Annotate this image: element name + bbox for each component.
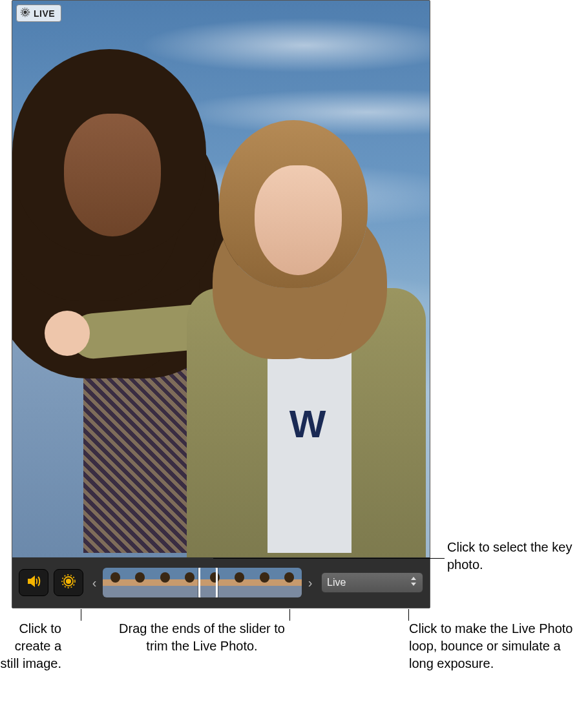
svg-point-3 bbox=[67, 579, 70, 583]
callout-leader bbox=[81, 609, 81, 621]
live-badge: LIVE bbox=[16, 5, 61, 22]
live-photo-toggle-button[interactable] bbox=[54, 569, 83, 596]
callout-leader bbox=[289, 609, 290, 621]
timeline-strip[interactable] bbox=[103, 568, 302, 597]
up-down-icon bbox=[410, 577, 417, 588]
timeline-next-button[interactable]: › bbox=[304, 568, 316, 597]
photo-subject: W bbox=[193, 127, 426, 559]
timeline: ‹ › bbox=[89, 568, 316, 597]
effect-select-value: Live bbox=[327, 577, 346, 588]
live-photo-toolbar: ‹ › Live bbox=[12, 557, 430, 608]
timeline-frame[interactable] bbox=[178, 568, 203, 597]
live-photo-icon bbox=[20, 7, 30, 19]
timeline-frame[interactable] bbox=[103, 568, 128, 597]
speaker-icon bbox=[26, 574, 41, 592]
chevron-right-icon: › bbox=[308, 575, 313, 590]
speaker-button[interactable] bbox=[19, 569, 48, 596]
timeline-frame[interactable] bbox=[252, 568, 277, 597]
timeline-frame[interactable] bbox=[152, 568, 178, 597]
photo-canvas[interactable]: LIVE W bbox=[12, 1, 430, 559]
callout-key-photo: Click to select the key photo. bbox=[447, 539, 580, 574]
live-badge-label: LIVE bbox=[34, 8, 55, 19]
photo-editor-window: LIVE W bbox=[12, 0, 430, 608]
callout-effects: Click to make the Live Photo loop, bounc… bbox=[409, 620, 580, 672]
timeline-prev-button[interactable]: ‹ bbox=[89, 568, 100, 597]
timeline-frame[interactable] bbox=[128, 568, 153, 597]
callout-still-image: Click to create a still image. bbox=[0, 620, 61, 672]
callout-leader bbox=[213, 558, 445, 559]
live-photo-icon bbox=[61, 574, 76, 592]
timeline-frame[interactable] bbox=[202, 568, 227, 597]
callout-trim: Drag the ends of the slider to trim the … bbox=[116, 620, 288, 655]
chevron-left-icon: ‹ bbox=[92, 575, 97, 590]
svg-point-0 bbox=[24, 11, 26, 14]
timeline-frame[interactable] bbox=[277, 568, 302, 597]
callout-leader bbox=[408, 609, 409, 621]
timeline-frame[interactable] bbox=[227, 568, 253, 597]
effect-select[interactable]: Live bbox=[321, 572, 423, 593]
